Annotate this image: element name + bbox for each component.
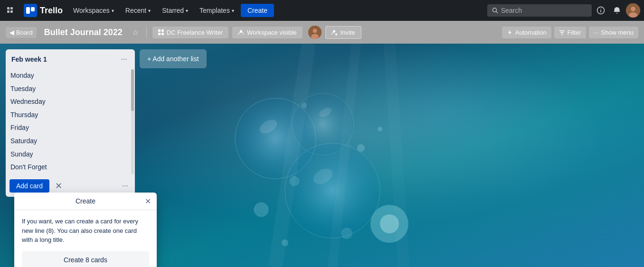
close-add-card-button[interactable]: ✕: [52, 179, 65, 193]
search-input[interactable]: [501, 7, 587, 14]
svg-rect-5: [31, 7, 35, 11]
close-icon: ✕: [55, 181, 62, 191]
add-card-button[interactable]: Add card: [9, 179, 49, 193]
svg-rect-16: [158, 33, 161, 35]
create-button[interactable]: Create: [241, 4, 274, 17]
scroll-track: [131, 69, 134, 174]
avatar-image: [626, 3, 640, 18]
svg-rect-2: [7, 10, 9, 13]
filter-icon: [559, 29, 565, 36]
add-another-list-button[interactable]: + Add another list: [140, 49, 207, 68]
board-background: Feb week 1 ··· Monday Tuesday Wednesday …: [0, 44, 644, 267]
visibility-label: Workspace visible: [247, 29, 297, 36]
list-item[interactable]: Don't Forget: [9, 161, 127, 174]
svg-rect-14: [158, 29, 161, 32]
list-item[interactable]: Wednesday: [9, 95, 127, 109]
workspaces-menu[interactable]: Workspaces: [68, 4, 119, 17]
person-add-icon: [331, 29, 338, 36]
svg-rect-0: [7, 7, 9, 9]
create-dialog-header: Create ✕: [14, 193, 157, 210]
notifications-icon-button[interactable]: [610, 3, 624, 18]
user-avatar[interactable]: [626, 3, 640, 18]
chevron-left-icon: ◀: [9, 29, 14, 36]
info-icon-button[interactable]: [594, 3, 608, 18]
svg-rect-3: [10, 10, 13, 13]
create-many-cards-button[interactable]: Create 8 cards: [22, 251, 149, 267]
person-icon: [238, 29, 244, 36]
list-header: Feb week 1 ···: [6, 49, 135, 67]
list-title: Feb week 1: [11, 55, 47, 63]
svg-rect-1: [10, 7, 13, 9]
invite-label: Invite: [341, 29, 355, 36]
create-dialog: Create ✕ If you want, we can create a ca…: [14, 193, 157, 267]
board-back-label: Board: [16, 29, 33, 36]
list-item[interactable]: Friday: [9, 121, 127, 135]
workspace-icon: [158, 29, 164, 35]
svg-point-22: [333, 30, 335, 32]
filter-label: Filter: [568, 29, 581, 36]
create-dialog-close-button[interactable]: ✕: [143, 195, 153, 208]
svg-point-6: [492, 8, 496, 12]
trello-logo[interactable]: Trello: [20, 4, 66, 17]
board-title[interactable]: Bullet Journal 2022: [40, 26, 126, 39]
trello-wordmark: Trello: [40, 6, 63, 16]
show-menu-label: Show menu: [601, 29, 634, 36]
svg-point-10: [600, 9, 601, 9]
starred-menu[interactable]: Starred: [157, 4, 193, 17]
lightning-icon: [507, 29, 513, 36]
list-item[interactable]: Thursday: [9, 109, 127, 122]
automation-label: Automation: [515, 29, 547, 36]
list-menu-button[interactable]: ···: [119, 54, 129, 64]
dots-icon: ···: [594, 29, 599, 36]
visibility-button[interactable]: Workspace visible: [232, 27, 303, 38]
list-item[interactable]: Saturday: [9, 135, 127, 148]
search-bar[interactable]: [487, 4, 592, 17]
filter-button[interactable]: Filter: [554, 27, 586, 38]
list-cards: Monday Tuesday Wednesday Thursday Friday…: [6, 67, 135, 176]
list-item[interactable]: Sunday: [9, 148, 127, 161]
create-dialog-description: If you want, we can create a card for ev…: [22, 217, 149, 245]
star-button[interactable]: ☆: [130, 26, 141, 39]
board-header: ◀ Board Bullet Journal 2022 ☆ DC Freelan…: [0, 21, 644, 44]
svg-rect-17: [161, 33, 164, 35]
svg-line-7: [496, 11, 498, 13]
recent-menu[interactable]: Recent: [121, 4, 155, 17]
svg-point-21: [311, 34, 319, 39]
list-feb-week-1: Feb week 1 ··· Monday Tuesday Wednesday …: [6, 49, 135, 197]
scroll-thumb: [131, 69, 134, 111]
board-right-actions: Automation Filter ··· Show menu: [502, 27, 638, 38]
svg-point-12: [631, 7, 635, 11]
invite-button[interactable]: Invite: [325, 26, 361, 39]
svg-rect-15: [161, 29, 164, 32]
create-dialog-body: If you want, we can create a card for ev…: [14, 210, 157, 267]
templates-menu[interactable]: Templates: [195, 4, 239, 17]
svg-point-18: [240, 30, 242, 32]
svg-rect-4: [26, 7, 30, 14]
bell-icon: [613, 6, 621, 15]
automation-button[interactable]: Automation: [502, 27, 551, 38]
create-dialog-title: Create: [76, 197, 95, 205]
member-avatar-image: [308, 26, 322, 39]
workspace-button[interactable]: DC Freelance Writer: [152, 27, 228, 38]
add-card-options-button[interactable]: ···: [119, 180, 131, 192]
apps-icon[interactable]: [4, 4, 17, 17]
list-item[interactable]: Monday: [9, 69, 127, 83]
svg-point-20: [313, 29, 317, 33]
list-item[interactable]: Tuesday: [9, 83, 127, 96]
workspace-label: DC Freelance Writer: [167, 29, 223, 36]
board-back-button[interactable]: ◀ Board: [6, 27, 37, 38]
search-icon: [492, 7, 498, 14]
show-menu-button[interactable]: ··· Show menu: [589, 27, 639, 38]
board-member-avatar[interactable]: [308, 26, 322, 39]
top-navigation: Trello Workspaces Recent Starred Templat…: [0, 0, 644, 21]
trello-logo-icon: [24, 4, 37, 17]
divider: [146, 27, 147, 38]
